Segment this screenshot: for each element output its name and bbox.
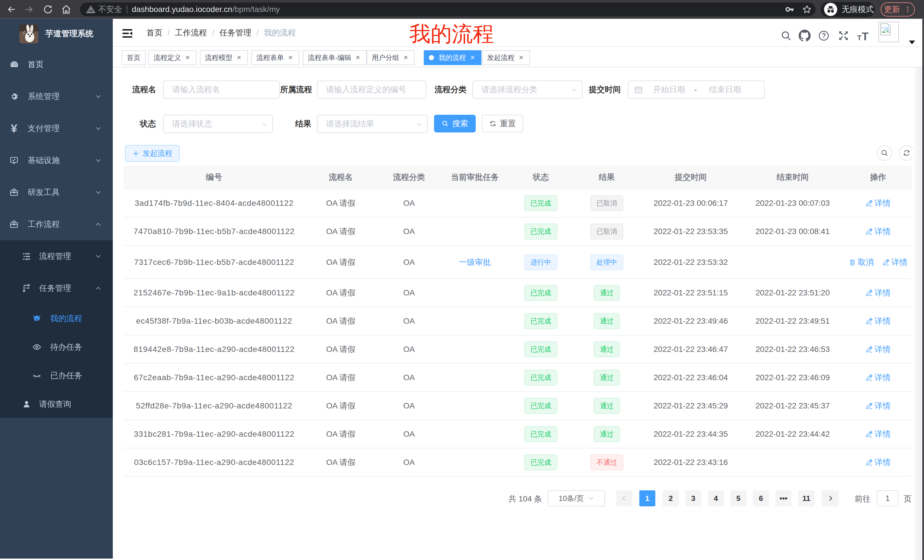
svg-text:T: T xyxy=(862,30,868,41)
svg-text:T: T xyxy=(857,34,861,41)
